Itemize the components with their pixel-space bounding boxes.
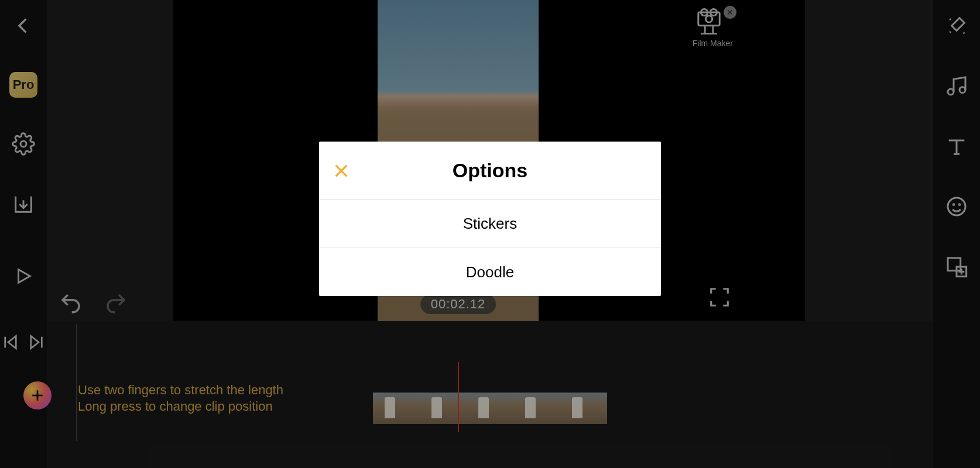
modal-close-button[interactable]	[332, 161, 351, 180]
options-modal: Options Stickers Doodle	[319, 142, 661, 296]
modal-option-doodle[interactable]: Doodle	[319, 248, 661, 296]
modal-title: Options	[453, 159, 527, 182]
modal-overlay[interactable]: Options Stickers Doodle	[0, 0, 980, 468]
modal-option-stickers[interactable]: Stickers	[319, 200, 661, 248]
